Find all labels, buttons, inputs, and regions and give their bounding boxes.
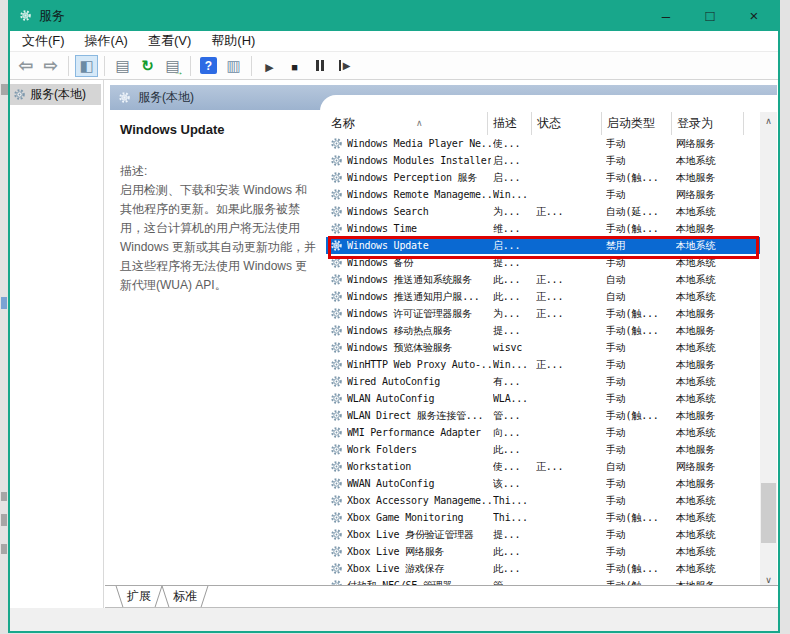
service-row[interactable]: WWAN AutoConfig该...手动本地服务	[326, 475, 760, 492]
service-row[interactable]: WLAN Direct 服务连接管...管...手动(触...本地服务	[326, 407, 760, 424]
service-logon-as: 网络服务	[676, 458, 758, 475]
service-row[interactable]: WLAN AutoConfigWLA...手动本地系统	[326, 390, 760, 407]
menu-item-action[interactable]: 操作(A)	[75, 30, 138, 52]
service-row[interactable]: Windows 推送通知系统服务此...正...自动本地系统	[326, 271, 760, 288]
service-startup-type: 手动	[606, 543, 674, 560]
service-gear-icon	[330, 528, 343, 541]
service-name: Windows 推送通知用户服...	[347, 288, 491, 305]
service-status	[536, 169, 604, 186]
tab-standard[interactable]: 标准	[163, 586, 207, 607]
menu-item-file[interactable]: 文件(F)	[12, 30, 75, 52]
scrollbar-up-button[interactable]	[760, 112, 777, 129]
service-gear-icon	[330, 307, 343, 320]
view-tabstrip: 扩展 标准	[105, 585, 778, 608]
service-status: 正...	[536, 271, 604, 288]
service-logon-as: 网络服务	[676, 135, 758, 152]
service-row[interactable]: Windows Media Player Ne...使...手动网络服务	[326, 135, 760, 152]
service-description: 管...	[493, 407, 535, 424]
menu-item-view[interactable]: 查看(V)	[138, 30, 201, 52]
service-row[interactable]: Work Folders此...手动本地服务	[326, 441, 760, 458]
tab-extended[interactable]: 扩展	[117, 586, 161, 607]
start-service-button[interactable]	[258, 55, 281, 77]
service-row[interactable]: Windows Time维...手动(触...本地服务	[326, 220, 760, 237]
service-name: Xbox Live 游戏保存	[347, 560, 491, 577]
service-row[interactable]: WMI Performance Adapter向...手动本地系统	[326, 424, 760, 441]
service-name: WLAN Direct 服务连接管...	[347, 407, 491, 424]
tree-item-label: 服务(本地)	[30, 86, 86, 103]
service-gear-icon	[330, 426, 343, 439]
column-header-name[interactable]: 名称	[320, 112, 488, 135]
service-name: Wired AutoConfig	[347, 373, 491, 390]
background-window-fragment	[1, 544, 7, 554]
extended-view-button[interactable]	[222, 55, 245, 77]
stop-service-button[interactable]	[283, 55, 306, 77]
column-header-logon-as[interactable]: 登录为	[672, 112, 744, 135]
scrollbar-thumb[interactable]	[761, 483, 776, 543]
column-header-startup-type[interactable]: 启动类型	[602, 112, 672, 135]
service-status: 正...	[536, 305, 604, 322]
back-button[interactable]	[14, 55, 37, 77]
service-status	[536, 424, 604, 441]
service-description: wisvc	[493, 339, 535, 356]
tree-item-services-local[interactable]: 服务(本地)	[10, 84, 101, 105]
service-logon-as: 本地系统	[676, 509, 758, 526]
service-row[interactable]: Xbox Live 游戏保存此...手动(触...本地系统	[326, 560, 760, 577]
service-gear-icon	[330, 477, 343, 490]
service-row[interactable]: Xbox Accessory Manageme...Thi...手动本地系统	[326, 492, 760, 509]
show-console-tree-button[interactable]	[75, 55, 98, 77]
service-logon-as: 本地服务	[676, 322, 758, 339]
service-row[interactable]: Xbox Game MonitoringThi...手动(触...本地系统	[326, 509, 760, 526]
service-description: 该...	[493, 475, 535, 492]
service-row[interactable]: Xbox Live 身份验证管理器提...手动本地系统	[326, 526, 760, 543]
service-name: Xbox Live 身份验证管理器	[347, 526, 491, 543]
table-header: 名称 描述 状态 启动类型 登录为	[320, 112, 760, 135]
service-status: 正...	[536, 356, 604, 373]
service-row[interactable]: Windows Remote Manageme...Win...手动网络服务	[326, 186, 760, 203]
column-header-status[interactable]: 状态	[532, 112, 602, 135]
service-gear-icon	[330, 171, 343, 184]
export-list-button[interactable]	[161, 55, 184, 77]
service-logon-as: 本地系统	[676, 543, 758, 560]
menu-item-help[interactable]: 帮助(H)	[201, 30, 265, 52]
service-logon-as: 本地系统	[676, 492, 758, 509]
restart-service-button[interactable]	[333, 55, 356, 77]
pause-service-button[interactable]	[308, 55, 331, 77]
close-button[interactable]: ×	[732, 0, 776, 31]
refresh-button[interactable]	[136, 55, 159, 77]
service-row[interactable]: Xbox Live 网络服务此...手动本地系统	[326, 543, 760, 560]
service-name: WinHTTP Web Proxy Auto-...	[347, 356, 491, 373]
service-logon-as: 本地系统	[676, 526, 758, 543]
service-status	[536, 509, 604, 526]
app-gear-icon	[19, 9, 32, 22]
service-description: 此...	[493, 441, 535, 458]
forward-button[interactable]	[39, 55, 62, 77]
forward-arrow-icon	[43, 55, 57, 76]
service-row[interactable]: Wired AutoConfig有...手动本地系统	[326, 373, 760, 390]
maximize-button[interactable]: □	[688, 0, 732, 31]
service-row[interactable]: WinHTTP Web Proxy Auto-...Win...正...手动本地…	[326, 356, 760, 373]
vertical-scrollbar[interactable]	[760, 112, 777, 588]
service-row[interactable]: Windows Perception 服务启...手动(触...本地服务	[326, 169, 760, 186]
service-row[interactable]: Windows 许可证管理器服务为...正...手动(触...本地服务	[326, 305, 760, 322]
properties-icon	[115, 57, 129, 75]
service-row[interactable]: Windows 推送通知用户服...此...正...自动本地系统	[326, 288, 760, 305]
service-row[interactable]: Windows 移动热点服务提...手动(触...本地服务	[326, 322, 760, 339]
play-icon	[265, 57, 273, 75]
service-name: Windows 预览体验服务	[347, 339, 491, 356]
service-row[interactable]: Windows 预览体验服务wisvc手动本地系统	[326, 339, 760, 356]
service-gear-icon	[330, 358, 343, 371]
minimize-button[interactable]: –	[644, 0, 688, 31]
service-description: Thi...	[493, 492, 535, 509]
help-button[interactable]	[197, 55, 220, 77]
column-header-description[interactable]: 描述	[488, 112, 532, 135]
service-row[interactable]: Windows Search为...正...自动(延...本地系统	[326, 203, 760, 220]
service-startup-type: 手动	[606, 339, 674, 356]
service-startup-type: 手动(触...	[606, 560, 674, 577]
description-label: 描述:	[120, 163, 310, 180]
service-row[interactable]: Workstation使...正...自动网络服务	[326, 458, 760, 475]
service-logon-as: 本地服务	[676, 407, 758, 424]
service-startup-type: 手动	[606, 152, 674, 169]
properties-button[interactable]	[111, 55, 134, 77]
service-name: WLAN AutoConfig	[347, 390, 491, 407]
service-row[interactable]: Windows Modules Installer启...手动本地系统	[326, 152, 760, 169]
